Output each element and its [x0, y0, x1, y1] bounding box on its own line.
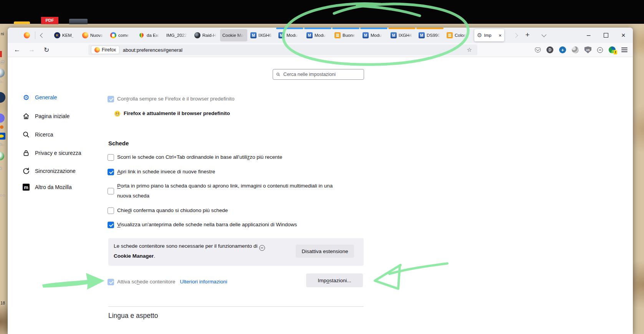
- addon-cross-icon[interactable]: +: [559, 46, 566, 53]
- desktop-icon-fragment: [0, 133, 5, 140]
- addon-camo-icon[interactable]: [572, 46, 579, 53]
- schede-checkbox-row: Apri link in schede invece di nuove fine…: [108, 167, 215, 177]
- default-browser-status-row: Firefox è attualmente il browser predefi…: [114, 109, 230, 118]
- m-document-icon: M: [391, 32, 397, 38]
- sidebar-item-ricerca[interactable]: Ricerca: [22, 130, 53, 139]
- desktop-icon-label: k: [0, 166, 2, 170]
- checkbox-check-default-browser[interactable]: [108, 96, 114, 102]
- default-browser-status: Firefox è attualmente il browser predefi…: [124, 109, 230, 118]
- tab-label: KEM_: [62, 33, 74, 38]
- section-heading-schede: Schede: [108, 140, 129, 146]
- tab-settings[interactable]: ⚙ Imp ×: [474, 29, 504, 41]
- forward-icon[interactable]: →: [28, 46, 35, 54]
- tab-da-exi[interactable]: da Exi: [136, 29, 163, 41]
- tab-kem[interactable]: KKEM_: [52, 29, 79, 41]
- schede-checkbox-row: Porta in primo piano la scheda quando si…: [108, 181, 348, 201]
- menu-icon[interactable]: [621, 49, 627, 50]
- schede-checkbox-row: Chiedi conferma quando si chiudono più s…: [108, 206, 228, 216]
- tab-label: Modu: [371, 33, 382, 38]
- tab-buone[interactable]: Buone: [332, 29, 359, 41]
- new-tab-button[interactable]: +: [525, 31, 530, 39]
- url-bar[interactable]: Firefox about:preferences#general ☆: [88, 44, 477, 55]
- sidebar-item-label: Privacy e sicurezza: [35, 150, 81, 156]
- tab-modu[interactable]: MModu: [276, 29, 303, 41]
- idm-globe-icon[interactable]: [609, 46, 616, 53]
- settings-search-input[interactable]: [283, 71, 361, 77]
- m-document-icon: M: [278, 32, 285, 38]
- sidebar-item-sincronizzazione[interactable]: Sincronizzazione: [22, 166, 76, 176]
- tab-nuova[interactable]: Nuova: [80, 29, 107, 41]
- checkbox-label: Chiedi conferma quando si chiudono più s…: [117, 206, 228, 216]
- sync-icon: [22, 167, 30, 175]
- tab-modu[interactable]: MModu: [360, 29, 387, 41]
- url-text: about:preferences#general: [123, 47, 182, 53]
- bookmark-star-icon[interactable]: ☆: [467, 46, 472, 53]
- checkbox-label: Attiva schede contenitore: [117, 277, 175, 287]
- checkbox-unchecked[interactable]: [108, 207, 114, 214]
- tab-label: IXGH4: [399, 33, 412, 38]
- close-tab-icon[interactable]: ×: [498, 33, 502, 38]
- sidebar-item-altro-da-mozilla[interactable]: mAltro da Mozilla: [22, 183, 72, 192]
- tab-cookie-ma[interactable]: Cookie Ma: [220, 29, 247, 41]
- reload-icon[interactable]: ↻: [44, 46, 49, 54]
- cookie-manager-icon: oki: [259, 245, 265, 251]
- checkbox-checked[interactable]: [108, 222, 114, 228]
- navigation-toolbar: ← → ↻ Firefox about:preferences#general …: [8, 43, 633, 57]
- sidebar-item-pagina-iniziale[interactable]: Pagina iniziale: [22, 112, 70, 121]
- desktop-icon-label: t...: [0, 80, 3, 83]
- sidebar-item-label: Altro da Mozilla: [35, 184, 72, 190]
- gear-icon: ⚙: [477, 32, 482, 39]
- scroll-tabs-left-icon[interactable]: [40, 33, 45, 38]
- sidebar-item-privacy-e-sicurezza[interactable]: Privacy e sicurezza: [22, 148, 81, 158]
- tab-ds990[interactable]: MDS990: [416, 29, 444, 41]
- scroll-tabs-right-icon[interactable]: [513, 33, 518, 38]
- tab-label: IXGH6: [258, 33, 272, 38]
- disable-extension-button[interactable]: Disattiva estensione: [296, 245, 354, 258]
- mozilla-icon: m: [22, 183, 30, 191]
- back-icon[interactable]: ←: [14, 46, 20, 54]
- tab-label: Imp: [484, 33, 491, 38]
- cookie-ooki-icon[interactable]: oki: [597, 47, 603, 53]
- pocket-icon[interactable]: [535, 48, 541, 53]
- schede-checkbox-row: Scorri le schede con Ctrl+Tab ordinandol…: [108, 152, 282, 162]
- tab-modu[interactable]: MModu: [304, 29, 331, 41]
- site-identity-label: Firefox: [102, 47, 116, 53]
- extension-icons-row: D+UDoki: [535, 43, 627, 57]
- tab-colori[interactable]: Colori: [444, 29, 472, 41]
- close-window-button[interactable]: ×: [621, 28, 626, 43]
- desktop-icon-label: 18: [0, 301, 5, 305]
- shield-ud-icon[interactable]: UD: [584, 46, 591, 53]
- firefox-icon: [82, 32, 88, 38]
- tab-come[interactable]: come: [108, 29, 135, 41]
- tab-img-2022[interactable]: IMG_2022: [164, 29, 191, 41]
- m-document-icon: M: [363, 32, 369, 38]
- checkbox-label: Apri link in schede invece di nuove fine…: [117, 167, 215, 177]
- tab-label: IMG_2022: [166, 33, 187, 38]
- checkbox-label: Porta in primo piano la scheda quando si…: [117, 181, 348, 201]
- tab-ixgh6[interactable]: MIXGH6: [248, 29, 275, 41]
- checkbox-unchecked[interactable]: [108, 188, 114, 194]
- gear-icon: ⚙: [22, 94, 30, 101]
- tab-raid-h[interactable]: Raid-H: [192, 29, 219, 41]
- firefox-logo-icon[interactable]: [24, 32, 30, 38]
- kem-icon: K: [54, 32, 60, 38]
- m-document-icon: M: [419, 32, 425, 38]
- site-identity-chip[interactable]: Firefox: [91, 46, 119, 54]
- learn-more-link[interactable]: Ulteriori informazioni: [180, 277, 227, 287]
- tab-ixgh4[interactable]: MIXGH4: [388, 29, 416, 41]
- minimize-button[interactable]: –: [587, 28, 590, 43]
- settings-search-box[interactable]: [273, 69, 364, 80]
- maximize-button[interactable]: [604, 28, 608, 43]
- container-stripe-blue: [360, 28, 387, 29]
- account-d-icon[interactable]: D: [546, 46, 553, 53]
- maximize-icon: [604, 33, 608, 38]
- sidebar-item-generale[interactable]: ⚙Generale: [22, 93, 57, 102]
- list-all-tabs-icon[interactable]: [541, 32, 546, 37]
- checkbox-attiva-contenitore[interactable]: [108, 279, 114, 285]
- desktop-icon-label: ni: [1, 31, 4, 36]
- checkbox-checked[interactable]: [108, 169, 114, 175]
- container-settings-button[interactable]: Impostazioni...: [306, 273, 363, 287]
- firefox-icon: [94, 47, 100, 53]
- desktop-icon-label: + +: [0, 194, 5, 197]
- checkbox-unchecked[interactable]: [108, 154, 114, 161]
